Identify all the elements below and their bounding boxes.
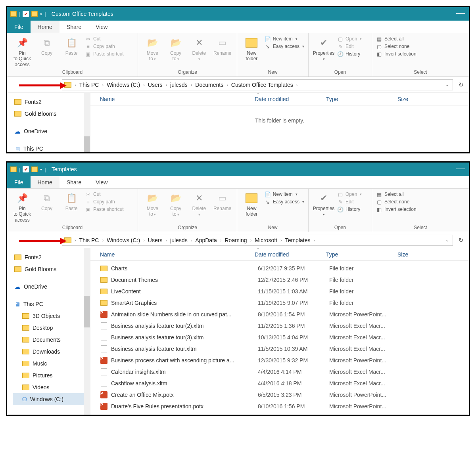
minimize-button[interactable]: —: [456, 163, 465, 174]
nav-item[interactable]: ⛁Windows (C:): [13, 393, 88, 405]
history-button[interactable]: 🕘History: [337, 51, 362, 57]
breadcrumb-segment[interactable]: Roaming: [223, 237, 248, 243]
nav-item[interactable]: Desktop: [13, 322, 88, 334]
history-button[interactable]: 🕘History: [337, 206, 362, 212]
breadcrumb-segment[interactable]: julesds: [169, 82, 189, 88]
edit-button[interactable]: ✎Edit: [337, 199, 362, 205]
breadcrumb-segment[interactable]: This PC: [78, 82, 101, 88]
select-all-button[interactable]: ▦Select all: [376, 36, 416, 42]
chevron-right-icon[interactable]: ›: [74, 82, 77, 87]
breadcrumb-segment[interactable]: Templates: [284, 237, 312, 243]
chevron-right-icon[interactable]: ›: [74, 238, 77, 243]
tab-file[interactable]: File: [7, 21, 31, 33]
column-name[interactable]: Name: [100, 251, 255, 258]
qat-dropdown-icon[interactable]: ▾: [40, 167, 42, 172]
new-item-button[interactable]: 📄New item▾: [265, 191, 304, 197]
chevron-right-icon[interactable]: ›: [280, 238, 283, 243]
breadcrumb-segment[interactable]: julesds: [169, 237, 189, 243]
column-date[interactable]: Date modified: [255, 251, 326, 258]
file-row[interactable]: Calendar insights.xltm 4/4/2016 4:14 PM …: [90, 366, 469, 377]
breadcrumb-segment[interactable]: Windows (C:): [105, 237, 142, 243]
easy-access-button[interactable]: ↘Easy access▾: [265, 43, 304, 50]
copy-path-button[interactable]: ≡Copy path: [85, 43, 124, 50]
chevron-right-icon[interactable]: ›: [226, 82, 229, 87]
refresh-button[interactable]: ↻: [456, 81, 466, 88]
edit-button[interactable]: ✎Edit: [337, 43, 362, 50]
titlebar[interactable]: | ✔ ▾ | Templates —: [7, 163, 469, 176]
breadcrumb-segment[interactable]: AppData: [194, 237, 218, 243]
nav-item[interactable]: 🖥This PC: [13, 143, 88, 155]
nav-item[interactable]: Gold Blooms: [13, 263, 88, 275]
address-bar[interactable]: ›This PC›Windows (C:)›Users›julesds›Docu…: [62, 79, 453, 90]
file-row[interactable]: LiveContent 11/15/2015 1:03 AM File fold…: [90, 285, 469, 297]
nav-item[interactable]: ☁OneDrive: [13, 125, 88, 137]
minimize-button[interactable]: —: [456, 8, 465, 18]
tab-home[interactable]: Home: [31, 21, 60, 33]
address-dropdown-icon[interactable]: ⌄: [444, 82, 451, 87]
properties-button[interactable]: ✔Properties▾: [313, 190, 335, 217]
nav-item[interactable]: Gold Blooms: [13, 108, 88, 120]
new-folder-button[interactable]: Newfolder: [241, 190, 262, 217]
column-type[interactable]: Type: [326, 96, 397, 102]
column-size[interactable]: Size: [397, 251, 408, 258]
nav-item[interactable]: Videos: [13, 381, 88, 393]
column-date[interactable]: Date modified: [255, 96, 326, 102]
chevron-right-icon[interactable]: ›: [101, 238, 104, 243]
address-folder-icon[interactable]: [64, 82, 71, 88]
paste-shortcut-button[interactable]: ▣Paste shortcut: [85, 51, 124, 57]
invert-selection-button[interactable]: ◧Invert selection: [376, 51, 416, 57]
file-row[interactable]: P Animation slide Numbers slide in on cu…: [90, 308, 469, 320]
new-folder-button[interactable]: Newfolder: [241, 35, 262, 62]
copy-to-button[interactable]: 📂Copyto▾: [165, 35, 186, 62]
chevron-right-icon[interactable]: ›: [165, 82, 168, 87]
nav-item[interactable]: Pictures: [13, 369, 88, 381]
copy-path-button[interactable]: ≡Copy path: [85, 199, 124, 205]
chevron-right-icon[interactable]: ›: [165, 238, 168, 243]
file-row[interactable]: Business analysis feature tour.xltm 11/5…: [90, 343, 469, 354]
paste-button[interactable]: 📋Paste: [60, 35, 83, 56]
scrollbar[interactable]: [84, 93, 90, 152]
nav-item[interactable]: Downloads: [13, 346, 88, 358]
copy-button[interactable]: ⧉Copy: [36, 190, 58, 211]
tab-file[interactable]: File: [7, 176, 31, 188]
select-none-button[interactable]: ▢Select none: [376, 199, 416, 205]
file-row[interactable]: P Duarte's Five Rules presentation.potx …: [90, 400, 469, 412]
file-row[interactable]: SmartArt Graphics 11/19/2015 9:07 PM Fil…: [90, 297, 469, 308]
address-dropdown-icon[interactable]: ⌄: [444, 237, 451, 243]
scrollbar-thumb[interactable]: [84, 136, 90, 152]
move-to-button[interactable]: 📂Moveto▾: [142, 35, 163, 62]
invert-selection-button[interactable]: ◧Invert selection: [376, 206, 416, 212]
tab-share[interactable]: Share: [60, 21, 88, 33]
breadcrumb-segment[interactable]: Users: [146, 82, 164, 88]
nav-item[interactable]: 3D Objects: [13, 310, 88, 322]
select-none-button[interactable]: ▢Select none: [376, 43, 416, 50]
breadcrumb-segment[interactable]: Custom Office Templates: [230, 82, 295, 88]
nav-item[interactable]: Music: [13, 358, 88, 369]
nav-item[interactable]: Fonts2: [13, 251, 88, 263]
select-all-button[interactable]: ▦Select all: [376, 191, 416, 197]
breadcrumb-segment[interactable]: Users: [146, 237, 164, 243]
delete-button[interactable]: ✕Delete▾: [189, 35, 210, 62]
chevron-right-icon[interactable]: ›: [190, 82, 193, 87]
chevron-right-icon[interactable]: ›: [219, 238, 223, 243]
delete-button[interactable]: ✕Delete▾: [189, 190, 210, 217]
chevron-right-icon[interactable]: ›: [296, 82, 299, 87]
breadcrumb-segment[interactable]: Microsoft: [253, 237, 279, 243]
properties-qat-icon[interactable]: ✔: [23, 11, 29, 17]
paste-shortcut-button[interactable]: ▣Paste shortcut: [85, 206, 124, 212]
new-item-button[interactable]: 📄New item▾: [265, 36, 304, 42]
scrollbar[interactable]: [84, 248, 90, 415]
file-row[interactable]: Cashflow analysis.xltm 4/4/2016 4:18 PM …: [90, 377, 469, 389]
copy-to-button[interactable]: 📂Copyto▾: [165, 190, 186, 217]
nav-item[interactable]: Fonts2: [13, 96, 88, 108]
column-name[interactable]: Name: [100, 96, 255, 102]
chevron-right-icon[interactable]: ›: [142, 238, 146, 243]
file-row[interactable]: Business analysis feature tour(3).xltm 1…: [90, 331, 469, 343]
tab-home[interactable]: Home: [31, 176, 60, 188]
column-size[interactable]: Size: [397, 96, 408, 102]
properties-qat-icon[interactable]: ✔: [23, 166, 29, 172]
breadcrumb-segment[interactable]: This PC: [78, 237, 101, 243]
column-type[interactable]: Type: [326, 251, 397, 258]
cut-button[interactable]: ✂Cut: [85, 191, 124, 197]
qat-dropdown-icon[interactable]: ▾: [40, 12, 42, 16]
